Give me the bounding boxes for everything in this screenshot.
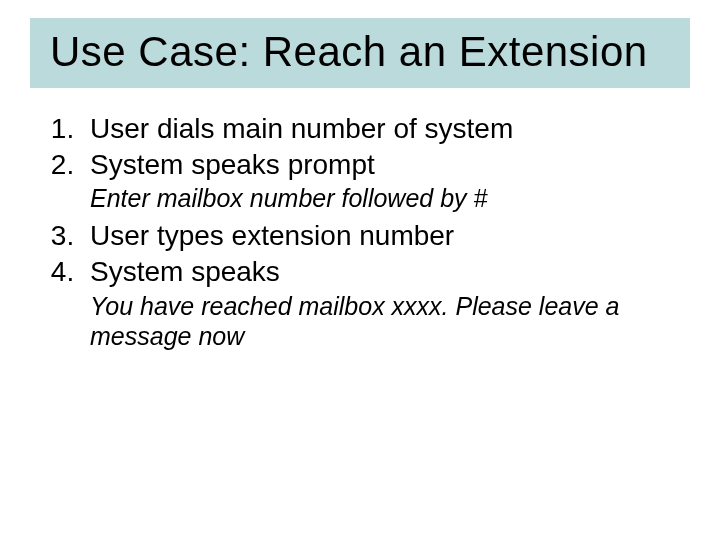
slide: Use Case: Reach an Extension User dials … [0, 0, 720, 540]
slide-title: Use Case: Reach an Extension [50, 28, 670, 76]
list-item: System speaks You have reached mailbox x… [82, 255, 690, 351]
list-item: User types extension number [82, 219, 690, 253]
step-subtext: Enter mailbox number followed by # [90, 183, 690, 213]
steps-list: User dials main number of system System … [48, 112, 690, 350]
step-subtext: You have reached mailbox xxxx. Please le… [90, 291, 690, 351]
step-text: User types extension number [90, 220, 454, 251]
step-text: System speaks [90, 256, 280, 287]
list-item: User dials main number of system [82, 112, 690, 146]
title-band: Use Case: Reach an Extension [30, 18, 690, 88]
list-item: System speaks prompt Enter mailbox numbe… [82, 148, 690, 214]
step-text: User dials main number of system [90, 113, 513, 144]
step-text: System speaks prompt [90, 149, 375, 180]
